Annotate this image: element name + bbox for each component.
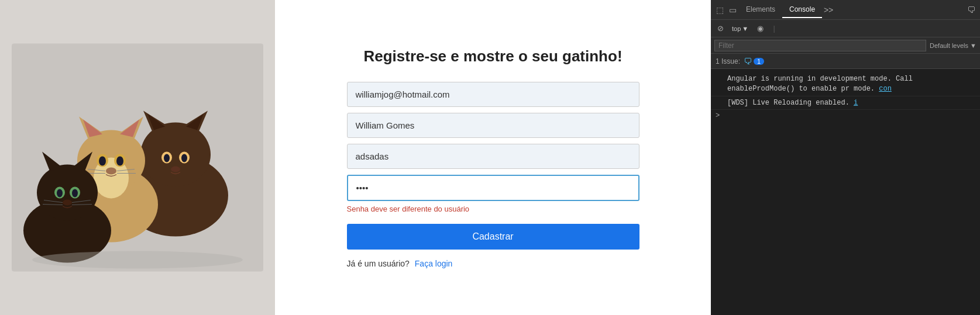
devtools-panel: ⬚ ▭ Elements Console >> 🗨 ⊘ top ▼ ◉ | De… <box>711 0 980 315</box>
clear-console-icon[interactable]: ⊘ <box>714 23 726 34</box>
chevron-down-icon: ▼ <box>742 25 748 32</box>
cursor-icon[interactable]: ⬚ <box>714 5 725 15</box>
svg-point-2 <box>140 123 211 187</box>
eye-icon[interactable]: ◉ <box>754 23 766 34</box>
issues-count: 1 <box>754 58 764 65</box>
login-link-row: Já é um usuário? Faça login <box>347 259 639 268</box>
login-link[interactable]: Faça login <box>415 259 453 268</box>
svg-point-11 <box>171 167 180 172</box>
svg-point-29 <box>37 165 98 221</box>
login-prompt-text: Já é um usuário? <box>347 259 410 268</box>
page-title: Registre-se e mostre o seu gatinho! <box>363 47 622 65</box>
name-input[interactable] <box>347 113 639 138</box>
device-icon[interactable]: ▭ <box>727 5 738 15</box>
top-context-selector[interactable]: top ▼ <box>728 24 752 33</box>
form-panel: Registre-se e mostre o seu gatinho! Senh… <box>275 0 711 315</box>
svg-point-10 <box>181 154 187 162</box>
cat-illustration <box>12 12 263 303</box>
console-line-2: [WDS] Live Reloading enabled. i <box>711 96 980 110</box>
svg-point-21 <box>99 157 106 166</box>
console-prompt: > <box>711 110 980 122</box>
svg-point-35 <box>72 189 78 198</box>
filter-input[interactable] <box>714 40 926 51</box>
devtools-tabs-bar: ⬚ ▭ Elements Console >> 🗨 <box>711 0 980 20</box>
tab-console[interactable]: Console <box>782 2 822 18</box>
cat-image-panel <box>0 0 275 315</box>
svg-point-41 <box>32 251 243 269</box>
svg-point-9 <box>164 154 170 162</box>
top-label: top <box>732 25 741 32</box>
error-message: Senha deve ser diferente do usuário <box>347 205 639 213</box>
filter-row: Default levels ▼ <box>711 37 980 54</box>
more-tabs-icon[interactable]: >> <box>823 5 834 15</box>
console-line-1: Angular is running in development mode. … <box>711 72 980 96</box>
svg-point-22 <box>116 157 123 166</box>
svg-point-34 <box>57 189 63 198</box>
message-badge-icon: 🗨 <box>744 57 752 66</box>
divider: | <box>768 23 780 34</box>
cadastrar-button[interactable]: Cadastrar <box>347 224 639 250</box>
email-input[interactable] <box>347 82 639 107</box>
issues-bar: 1 Issue: 🗨 1 <box>711 54 980 69</box>
tab-elements[interactable]: Elements <box>739 2 782 18</box>
chat-icon[interactable]: 🗨 <box>966 5 976 15</box>
svg-point-23 <box>106 168 116 175</box>
devtools-toolbar: ⊘ top ▼ ◉ | <box>711 20 980 37</box>
default-levels-dropdown[interactable]: Default levels ▼ <box>930 42 976 49</box>
console-link-1[interactable]: con <box>879 85 892 93</box>
username-input[interactable] <box>347 144 639 169</box>
console-output: Angular is running in development mode. … <box>711 69 980 315</box>
registration-form: Senha deve ser diferente do usuário Cada… <box>347 82 639 268</box>
issues-badge[interactable]: 🗨 1 <box>744 57 764 66</box>
console-text-2: [WDS] Live Reloading enabled. i <box>727 98 975 108</box>
issues-label: 1 Issue: <box>716 57 740 65</box>
console-link-2[interactable]: i <box>854 99 858 107</box>
svg-point-36 <box>63 200 72 206</box>
console-text-1: Angular is running in development mode. … <box>727 74 975 94</box>
password-input[interactable] <box>347 175 639 201</box>
